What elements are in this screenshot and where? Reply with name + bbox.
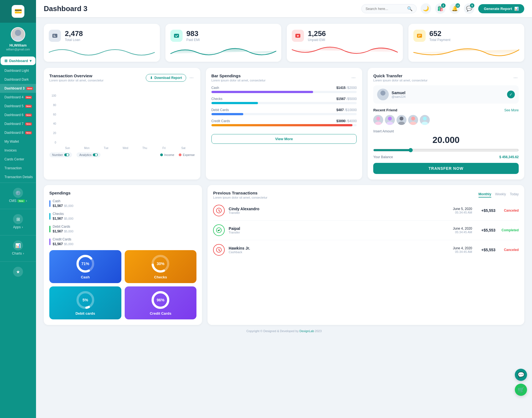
prev-txn-header: Previous Transactions Lorem ipsum dolor … bbox=[213, 191, 519, 199]
support-float-btn[interactable]: 💬 bbox=[515, 369, 527, 381]
quick-transfer-title: Quick Transfer bbox=[373, 73, 428, 78]
second-row: Spendings Cash $1,567 $5,000 Chec bbox=[44, 185, 524, 325]
dashboard-toggle-btn[interactable]: ⊞ Dashboard ▾ bbox=[1, 57, 35, 65]
friend-avatar-4[interactable] bbox=[408, 115, 418, 125]
sidebar-item-dashboard-light[interactable]: Dashboard Light bbox=[0, 66, 36, 75]
sidebar-item-dashboard-6[interactable]: Dashboard 6 New bbox=[0, 111, 36, 119]
spending-item-checks: Checks $1,567 $5,000 bbox=[49, 212, 196, 221]
sidebar-cms-btn[interactable]: ⚙️ CMS New › bbox=[0, 186, 36, 205]
gear-icon: ⚙️ bbox=[13, 188, 23, 198]
amount-display: 20.000 bbox=[373, 135, 519, 145]
sidebar-profile: Hi,William william@gmail.com bbox=[6, 23, 30, 54]
tab-monthly[interactable]: Monthly bbox=[479, 192, 491, 198]
avatar bbox=[11, 27, 25, 42]
friend-avatar-1[interactable] bbox=[373, 115, 383, 125]
txn-overview-title: Transaction Overview bbox=[49, 73, 104, 78]
svg-point-22 bbox=[423, 117, 427, 120]
svg-rect-2 bbox=[52, 34, 57, 38]
bar-spendings-menu[interactable]: ··· bbox=[350, 74, 357, 82]
sidebar-email: william@gmail.com bbox=[6, 48, 30, 51]
cart-float-btn[interactable]: 🛒 bbox=[515, 384, 527, 396]
dark-mode-toggle[interactable]: 🌙 bbox=[421, 3, 431, 14]
sidebar-item-my-wallet[interactable]: My Wallet bbox=[0, 137, 36, 146]
qt-user-handle: @sam224 bbox=[392, 95, 405, 98]
qt-check-icon: ✓ bbox=[507, 91, 515, 98]
quick-transfer-menu[interactable]: ··· bbox=[512, 74, 519, 82]
svg-point-18 bbox=[400, 117, 403, 120]
friend-avatar-2[interactable] bbox=[385, 115, 395, 125]
qt-user-card: Samuel @sam224 ✓ bbox=[373, 85, 519, 104]
spending-row-cash: Cash $1415 /$2000 bbox=[211, 86, 357, 93]
search-input[interactable] bbox=[365, 7, 405, 11]
logo-icon[interactable]: 💳 bbox=[12, 5, 24, 18]
sidebar-item-dashboard-3[interactable]: Dashboard 3 New bbox=[0, 84, 36, 93]
sidebar-section-favorites: ★ bbox=[0, 261, 36, 282]
spending-item-cash: Cash $1,567 $5,000 bbox=[49, 199, 196, 208]
amount-slider[interactable] bbox=[373, 148, 519, 152]
cart-btn[interactable]: 🛍️ 2 bbox=[435, 3, 446, 14]
star-icon: ★ bbox=[13, 267, 23, 277]
tab-today[interactable]: Today bbox=[510, 192, 519, 198]
stat-card-total-payment: 652 Total Payment bbox=[408, 24, 525, 62]
svg-rect-5 bbox=[174, 34, 179, 38]
sidebar-item-dashboard-7[interactable]: Dashboard 7 New bbox=[0, 119, 36, 128]
sidebar-item-cards-center[interactable]: Cards Center bbox=[0, 155, 36, 164]
analytics-toggle[interactable]: Analytics bbox=[76, 152, 101, 157]
spending-item-debit: Debit Cards $1,567 $5,000 bbox=[49, 225, 196, 234]
svg-point-17 bbox=[387, 122, 393, 125]
sidebar-item-invoices[interactable]: Invoices bbox=[0, 146, 36, 155]
footer-brand-link[interactable]: DexignLab bbox=[300, 329, 314, 333]
see-more-link[interactable]: See More bbox=[504, 108, 519, 112]
sidebar-item-dashboard-4[interactable]: Dashboard 4 New bbox=[0, 93, 36, 102]
sidebar-item-dashboard-8[interactable]: Dashboard 8 New bbox=[0, 128, 36, 137]
sidebar-apps-btn[interactable]: ⊞ Apps › bbox=[0, 212, 36, 231]
bar-chart-icon: 📊 bbox=[514, 7, 519, 11]
header-right: 🔍 🌙 🛍️ 2 🔔 12 💬 5 Generate Report 📊 bbox=[361, 3, 524, 14]
sidebar-section-charts: 📊 Charts › bbox=[0, 235, 36, 260]
previous-transactions-card: Previous Transactions Lorem ipsum dolor … bbox=[208, 185, 524, 325]
number-toggle[interactable]: Number bbox=[49, 152, 72, 157]
sidebar-item-transaction[interactable]: Transaction bbox=[0, 164, 36, 173]
svg-rect-11 bbox=[418, 36, 420, 37]
sidebar-item-transaction-details[interactable]: Transaction Details bbox=[0, 173, 36, 181]
svg-rect-10 bbox=[418, 35, 421, 35]
search-bar[interactable]: 🔍 bbox=[361, 4, 417, 13]
txn-icon-paipal bbox=[213, 224, 225, 236]
stat-cards-row: 2,478 Total Loan 983 Paid EMI bbox=[44, 24, 524, 62]
qt-user-name: Samuel bbox=[392, 91, 405, 95]
donut-grid: 71% Cash 30% Checks bbox=[49, 250, 196, 319]
chart-legend: Number Analytics Income Expense bbox=[49, 152, 195, 157]
sidebar-item-dashboard-5[interactable]: Dashboard 5 New bbox=[0, 102, 36, 111]
download-icon: ⬇ bbox=[150, 76, 153, 80]
friend-avatar-5[interactable] bbox=[420, 115, 430, 125]
sidebar-item-dashboard-dark[interactable]: Dashboard Dark bbox=[0, 75, 36, 84]
paid-emi-label: Paid EMI bbox=[186, 38, 200, 42]
sidebar-charts-btn[interactable]: 📊 Charts › bbox=[0, 238, 36, 258]
txn-overview-menu[interactable]: ··· bbox=[188, 74, 195, 82]
recent-friend-header: Recent Friend See More bbox=[373, 108, 519, 112]
friend-avatar-3[interactable] bbox=[397, 115, 406, 125]
transfer-now-button[interactable]: TRANSFER NOW bbox=[373, 163, 519, 174]
bar-chart: 100 80 60 40 20 0 Sun bbox=[49, 86, 195, 150]
notification-btn[interactable]: 🔔 12 bbox=[449, 3, 460, 14]
paid-emi-value: 983 bbox=[186, 29, 200, 38]
svg-point-13 bbox=[379, 96, 387, 100]
sidebar-favorites-btn[interactable]: ★ bbox=[0, 265, 36, 279]
sidebar: 💳 Hi,William william@gmail.com ⊞ Dashboa… bbox=[0, 0, 36, 418]
download-report-button[interactable]: ⬇ Download Report bbox=[146, 74, 186, 82]
view-more-button[interactable]: View More bbox=[211, 134, 357, 144]
txn-status-paipal: Completed bbox=[499, 228, 519, 232]
paid-emi-icon bbox=[170, 30, 183, 42]
total-loan-value: 2,478 bbox=[65, 29, 83, 38]
dashboard-content: 2,478 Total Loan 983 Paid EMI bbox=[36, 17, 532, 418]
tab-weekly[interactable]: Weekly bbox=[495, 192, 506, 198]
notification-badge: 12 bbox=[456, 3, 460, 8]
total-loan-label: Total Loan bbox=[65, 38, 83, 42]
chat-btn[interactable]: 💬 5 bbox=[464, 3, 474, 14]
generate-report-button[interactable]: Generate Report 📊 bbox=[478, 4, 524, 13]
prev-txn-subtitle: Lorem ipsum dolor sit amet, consectetur bbox=[213, 196, 267, 199]
generate-report-label: Generate Report bbox=[484, 7, 512, 11]
svg-point-19 bbox=[398, 122, 405, 125]
spendings-title: Spendings bbox=[49, 191, 196, 195]
txn-tabs: Monthly Weekly Today bbox=[479, 192, 519, 198]
